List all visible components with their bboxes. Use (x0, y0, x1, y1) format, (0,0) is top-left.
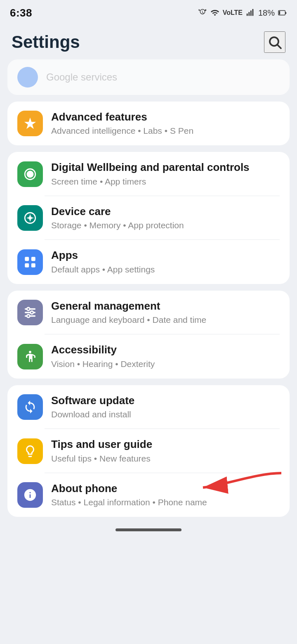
page-title: Settings (12, 32, 80, 52)
tips-guide-icon (17, 438, 43, 464)
device-care-subtitle: Storage • Memory • App protection (51, 220, 280, 231)
page-header: Settings (0, 23, 297, 59)
general-management-text: General management Language and keyboard… (51, 300, 280, 325)
svg-rect-13 (25, 263, 29, 268)
google-services-label: Google services (46, 71, 117, 83)
search-button[interactable] (264, 31, 285, 53)
digital-wellbeing-subtitle: Screen time • App timers (51, 176, 280, 187)
svg-rect-2 (250, 11, 252, 16)
general-management-icon (17, 300, 43, 325)
tips-guide-subtitle: Useful tips • New features (51, 453, 280, 464)
about-phone-text: About phone Status • Legal information •… (51, 482, 280, 508)
advanced-features-card: Advanced features Advanced intelligence … (7, 102, 290, 145)
support-card: Software update Download and install Tip… (7, 385, 290, 517)
accessibility-text: Accessibility Vision • Hearing • Dexteri… (51, 343, 280, 369)
software-update-text: Software update Download and install (51, 394, 280, 420)
advanced-features-title: Advanced features (51, 111, 280, 123)
home-bar (116, 528, 182, 531)
tips-guide-text: Tips and user guide Useful tips • New fe… (51, 438, 280, 464)
apps-text: Apps Default apps • App settings (51, 249, 280, 275)
info-svg (23, 488, 37, 502)
volte-icon: VoLTE (223, 9, 243, 17)
svg-rect-1 (248, 12, 250, 16)
google-services-item: Google services (7, 59, 290, 95)
accessibility-icon (17, 344, 43, 369)
tips-guide-title: Tips and user guide (51, 438, 280, 451)
digital-wellbeing-text: Digital Wellbeing and parental controls … (51, 161, 280, 187)
svg-point-18 (27, 308, 30, 310)
svg-rect-6 (279, 11, 280, 14)
status-icons-group: VoLTE 18% (198, 8, 287, 18)
svg-rect-3 (252, 9, 254, 16)
software-update-icon (17, 394, 43, 420)
advanced-features-subtitle: Advanced intelligence • Labs • S Pen (51, 125, 280, 136)
advanced-features-text: Advanced features Advanced intelligence … (51, 111, 280, 136)
general-management-title: General management (51, 300, 280, 313)
signal-icon (246, 8, 255, 17)
svg-point-10 (28, 216, 32, 220)
apps-item[interactable]: Apps Default apps • App settings (7, 240, 290, 284)
status-bar: 6:38 VoLTE 18% (0, 0, 297, 23)
accessibility-item[interactable]: Accessibility Vision • Hearing • Dexteri… (7, 334, 290, 378)
wifi-icon (210, 8, 219, 17)
digital-wellbeing-item[interactable]: Digital Wellbeing and parental controls … (7, 152, 290, 196)
alarm-icon (198, 8, 207, 17)
google-icon (17, 67, 38, 88)
apps-title: Apps (51, 249, 280, 262)
google-services-card: Google services (7, 59, 290, 95)
lightbulb-svg (23, 444, 37, 458)
svg-point-21 (29, 350, 31, 353)
search-icon (267, 35, 282, 50)
svg-rect-12 (31, 257, 35, 261)
software-update-subtitle: Download and install (51, 409, 280, 420)
sliders-svg (23, 305, 37, 320)
about-phone-subtitle: Status • Legal information • Phone name (51, 497, 280, 508)
apps-icon (17, 249, 43, 275)
svg-line-8 (278, 45, 281, 48)
accessibility-svg (23, 350, 37, 364)
wellbeing-group-card: Digital Wellbeing and parental controls … (7, 152, 290, 284)
wellbeing-svg (23, 167, 37, 181)
status-time: 6:38 (10, 7, 32, 19)
accessibility-subtitle: Vision • Hearing • Dexterity (51, 358, 280, 369)
device-care-item[interactable]: Device care Storage • Memory • App prote… (7, 196, 290, 240)
software-update-title: Software update (51, 394, 280, 407)
about-phone-icon (17, 482, 43, 508)
svg-rect-11 (25, 257, 29, 261)
advanced-features-icon (17, 111, 43, 136)
update-svg (23, 400, 37, 414)
svg-point-20 (27, 315, 30, 317)
accessibility-title: Accessibility (51, 343, 280, 356)
apps-subtitle: Default apps • App settings (51, 264, 280, 275)
battery-percentage: 18% (258, 8, 275, 18)
device-care-text: Device care Storage • Memory • App prote… (51, 205, 280, 231)
star-cog-icon (23, 116, 37, 130)
device-care-svg (23, 211, 37, 225)
digital-wellbeing-title: Digital Wellbeing and parental controls (51, 161, 280, 174)
svg-rect-14 (31, 263, 35, 268)
general-management-item[interactable]: General management Language and keyboard… (7, 291, 290, 334)
about-phone-title: About phone (51, 482, 280, 495)
about-phone-item[interactable]: About phone Status • Legal information •… (7, 473, 290, 517)
software-update-item[interactable]: Software update Download and install (7, 385, 290, 429)
tips-guide-item[interactable]: Tips and user guide Useful tips • New fe… (7, 429, 290, 473)
battery-icon (278, 8, 287, 17)
device-care-title: Device care (51, 205, 280, 218)
general-management-subtitle: Language and keyboard • Date and time (51, 314, 280, 325)
management-card: General management Language and keyboard… (7, 291, 290, 379)
home-indicator (0, 520, 297, 536)
svg-rect-5 (285, 12, 286, 14)
svg-rect-0 (247, 14, 248, 16)
advanced-features-item[interactable]: Advanced features Advanced intelligence … (7, 102, 290, 145)
settings-content: Google services Advanced features Advanc… (0, 59, 297, 517)
svg-point-19 (31, 311, 33, 314)
device-care-icon (17, 205, 43, 231)
digital-wellbeing-icon (17, 161, 43, 187)
apps-grid-svg (23, 255, 37, 269)
